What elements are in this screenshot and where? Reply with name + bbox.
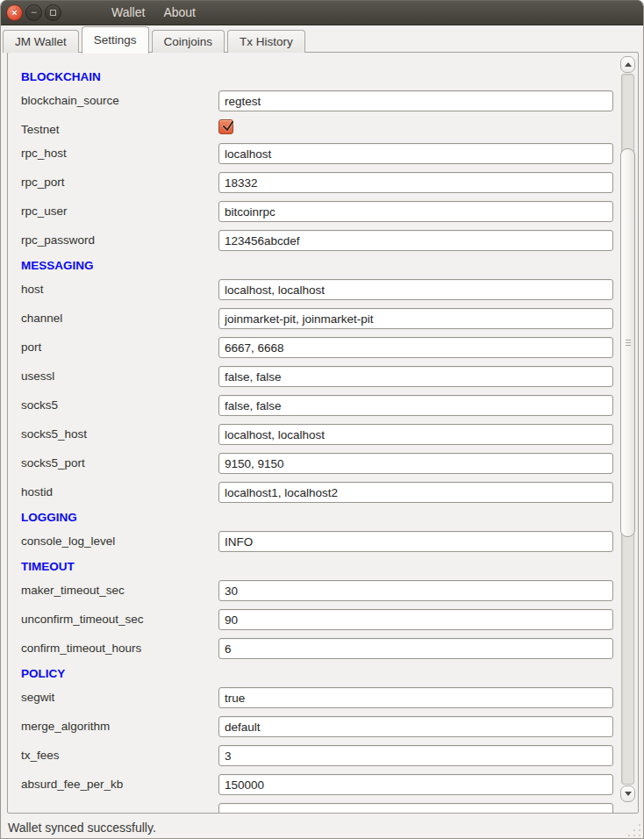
tab-settings[interactable]: Settings bbox=[82, 26, 149, 54]
form-row: socks5_host bbox=[8, 424, 620, 453]
app-window: × − Wallet About JM Wallet Settings Coin… bbox=[0, 0, 644, 839]
settings-form: BLOCKCHAINblockchain_sourceTestnetrpc_ho… bbox=[8, 53, 620, 813]
field-label: Testnet bbox=[21, 123, 60, 136]
title-bar: × − Wallet About bbox=[1, 0, 643, 25]
status-bar: Wallet synced successfully. bbox=[1, 816, 643, 839]
partial-clipped-field[interactable] bbox=[218, 803, 613, 813]
field-label: console_log_level bbox=[21, 534, 115, 548]
host-input[interactable] bbox=[218, 279, 613, 300]
field-label: unconfirm_timeout_sec bbox=[21, 613, 144, 626]
form-row: socks5_port bbox=[8, 453, 620, 482]
form-row: blockchain_source bbox=[8, 90, 620, 119]
field-label: segwit bbox=[21, 691, 54, 704]
field-label: merge_algorithm bbox=[21, 720, 110, 733]
thumb-grip-icon bbox=[626, 340, 631, 346]
socks5-port-input[interactable] bbox=[218, 453, 613, 474]
status-message: Wallet synced successfully. bbox=[8, 821, 156, 835]
field-label: socks5 bbox=[21, 398, 58, 412]
form-row: port bbox=[8, 337, 620, 366]
rpc-password-input[interactable] bbox=[218, 230, 613, 251]
form-row: rpc_password bbox=[8, 230, 620, 259]
usessl-input[interactable] bbox=[218, 366, 613, 387]
settings-panel: BLOCKCHAINblockchain_sourceTestnetrpc_ho… bbox=[7, 52, 639, 814]
socks5-input[interactable] bbox=[218, 395, 613, 416]
console-log-level-input[interactable] bbox=[218, 531, 613, 552]
field-label: confirm_timeout_hours bbox=[21, 642, 141, 655]
field-label: rpc_port bbox=[21, 176, 65, 189]
form-row: console_log_level bbox=[8, 531, 620, 560]
menu-wallet[interactable]: Wallet bbox=[110, 5, 147, 19]
testnet-checkbox[interactable] bbox=[218, 119, 233, 134]
menu-bar: Wallet About bbox=[110, 5, 197, 19]
section-header-policy: POLICY bbox=[8, 667, 620, 687]
field-label: port bbox=[21, 341, 41, 354]
form-row: channel bbox=[8, 308, 620, 337]
field-label: blockchain_source bbox=[21, 94, 119, 107]
tab-coinjoins[interactable]: Coinjoins bbox=[152, 30, 225, 53]
form-row: merge_algorithm bbox=[8, 716, 620, 745]
unconfirm-timeout-sec-input[interactable] bbox=[218, 609, 613, 630]
blockchain-source-input[interactable] bbox=[218, 90, 613, 111]
field-label: socks5_port bbox=[21, 456, 85, 470]
tx-fees-input[interactable] bbox=[218, 745, 613, 766]
field-label: channel bbox=[21, 312, 62, 325]
rpc-user-input[interactable] bbox=[218, 201, 613, 222]
absurd-fee-per-kb-input[interactable] bbox=[218, 774, 613, 795]
form-row: confirm_timeout_hours bbox=[8, 638, 620, 667]
channel-input[interactable] bbox=[218, 308, 613, 329]
scrollbar-thumb[interactable] bbox=[620, 148, 635, 537]
segwit-input[interactable] bbox=[218, 687, 613, 708]
form-row: rpc_host bbox=[8, 143, 620, 172]
maximize-icon[interactable] bbox=[45, 4, 61, 21]
section-header-logging: LOGGING bbox=[8, 511, 620, 531]
section-header-timeout: TIMEOUT bbox=[8, 560, 620, 580]
field-label: socks5_host bbox=[21, 427, 87, 441]
hostid-input[interactable] bbox=[218, 482, 613, 503]
maker-timeout-sec-input[interactable] bbox=[218, 580, 613, 601]
menu-about[interactable]: About bbox=[161, 5, 197, 19]
vertical-scrollbar bbox=[620, 56, 635, 802]
section-header-blockchain: BLOCKCHAIN bbox=[8, 70, 620, 90]
socks5-host-input[interactable] bbox=[218, 424, 613, 445]
field-label: usessl bbox=[21, 369, 54, 383]
scroll-down-arrow-icon[interactable] bbox=[620, 785, 635, 802]
resize-grip-icon[interactable] bbox=[627, 823, 640, 836]
tab-tx-history[interactable]: Tx History bbox=[227, 30, 305, 53]
section-header-messaging: MESSAGING bbox=[8, 259, 620, 279]
field-label: rpc_host bbox=[21, 147, 67, 160]
form-row: rpc_port bbox=[8, 172, 620, 201]
field-label: hostid bbox=[21, 485, 53, 498]
form-row: segwit bbox=[8, 687, 620, 716]
confirm-timeout-hours-input[interactable] bbox=[218, 638, 613, 659]
form-row: rpc_user bbox=[8, 201, 620, 230]
check-icon bbox=[220, 119, 235, 134]
field-label: host bbox=[21, 283, 44, 296]
rpc-port-input[interactable] bbox=[218, 172, 613, 193]
close-icon[interactable]: × bbox=[6, 4, 23, 21]
minimize-icon[interactable]: − bbox=[25, 4, 42, 21]
field-label: tx_fees bbox=[21, 749, 60, 762]
window-controls: × − bbox=[6, 4, 61, 21]
form-row bbox=[8, 803, 620, 813]
field-label: rpc_user bbox=[21, 204, 68, 218]
form-row: tx_fees bbox=[8, 745, 620, 774]
rpc-host-input[interactable] bbox=[218, 143, 613, 164]
port-input[interactable] bbox=[218, 337, 613, 358]
form-row: absurd_fee_per_kb bbox=[8, 774, 620, 803]
form-row: Testnet bbox=[8, 119, 620, 143]
scroll-up-arrow-icon[interactable] bbox=[620, 56, 635, 73]
field-label: absurd_fee_per_kb bbox=[21, 778, 123, 791]
field-label: maker_timeout_sec bbox=[21, 584, 125, 597]
tab-jm-wallet[interactable]: JM Wallet bbox=[3, 30, 79, 53]
tab-bar: JM Wallet Settings Coinjoins Tx History bbox=[3, 25, 308, 53]
form-row: maker_timeout_sec bbox=[8, 580, 620, 609]
form-row: hostid bbox=[8, 482, 620, 511]
merge-algorithm-input[interactable] bbox=[218, 716, 613, 737]
form-row: socks5 bbox=[8, 395, 620, 424]
form-row: unconfirm_timeout_sec bbox=[8, 609, 620, 638]
form-row: usessl bbox=[8, 366, 620, 395]
field-label: rpc_password bbox=[21, 233, 95, 247]
form-row: host bbox=[8, 279, 620, 308]
